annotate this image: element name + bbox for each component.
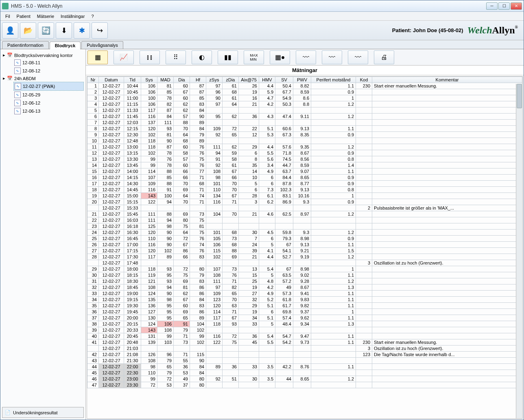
table-row[interactable]: 2012-02-2715:151229470711167136.286.99.3… bbox=[87, 199, 522, 205]
table-row[interactable]: 3512-02-2719:3013695608312063295.161.79.… bbox=[87, 303, 522, 309]
table-row[interactable]: 212-02-2710:451068567879668195.967.78.59… bbox=[87, 89, 522, 95]
column-header[interactable]: PWV bbox=[293, 77, 311, 83]
tree-item[interactable]: ∿12-08-12 bbox=[13, 67, 84, 75]
table-row[interactable]: 12-02-2721:033Oszillation ist zu hoch (G… bbox=[87, 346, 522, 352]
table-row[interactable]: 112-02-2710:441068160879761264.450.48.82… bbox=[87, 83, 522, 89]
table-row[interactable]: 1012-02-2712:48118906889 bbox=[87, 138, 522, 144]
compare1-button[interactable]: 〰 bbox=[296, 50, 316, 64]
table-row[interactable]: 4112-02-2720:481391037310212275455.554.2… bbox=[87, 339, 522, 346]
table-row[interactable]: 2612-02-2717:0011690677410668245679.131.… bbox=[87, 242, 522, 248]
table-row[interactable]: 4712-02-2723:3072533780 bbox=[87, 382, 522, 388]
column-header[interactable]: Hf bbox=[190, 77, 206, 83]
measurements-grid[interactable]: NrDatumTidSysMADDiaHfzSyszDiaAix@75HMVSV… bbox=[87, 76, 523, 419]
compare2-button[interactable]: 〰 bbox=[322, 50, 342, 64]
column-header[interactable]: Kod bbox=[356, 77, 372, 83]
table-row[interactable]: 312-02-2711:001007860859061164.754.98.61 bbox=[87, 95, 522, 101]
table-stats-button[interactable]: ▦● bbox=[270, 50, 290, 64]
table-row[interactable]: 1312-02-2713:3099765775915885.674.58.560… bbox=[87, 156, 522, 162]
table-row[interactable]: 2512-02-2716:45110907276105737679.38.980… bbox=[87, 236, 522, 242]
column-header[interactable]: Perifert motstånd bbox=[311, 77, 356, 83]
table-row[interactable]: 4012-02-2720:4513199719911672365.454.79.… bbox=[87, 333, 522, 339]
scroll-thumb[interactable] bbox=[517, 84, 522, 108]
tree-item[interactable]: ∿12-08-11 bbox=[13, 59, 84, 67]
tab-patientinfo[interactable]: Patientinformation bbox=[2, 41, 49, 49]
table-row[interactable]: 2712-02-2717:15120102867611588394.154.19… bbox=[87, 248, 522, 254]
tree-root-abdm[interactable]: ▸📅24h ABDM bbox=[2, 75, 84, 82]
menu-patient[interactable]: Patient bbox=[14, 13, 33, 20]
examination-results-button[interactable]: 📄 Undersökningsresultat bbox=[2, 407, 84, 418]
tree-item[interactable]: ∿12-05-29 bbox=[13, 91, 84, 99]
column-header[interactable]: Nr bbox=[87, 77, 99, 83]
table-row[interactable]: 3612-02-2719:451279569861147119669.89.37… bbox=[87, 309, 522, 315]
table-row[interactable]: 2212-02-2716:03111948075 bbox=[87, 217, 522, 223]
table-row[interactable]: 4512-02-2722:30110795384 bbox=[87, 370, 522, 376]
table-row[interactable]: 4212-02-2721:081269671115123Die Tag/Nach… bbox=[87, 352, 522, 358]
table-row[interactable]: 2812-02-2717:3011789668310269214.452.79.… bbox=[87, 254, 522, 260]
table-row[interactable]: 1812-02-2714:451169169711107067.3102.39.… bbox=[87, 187, 522, 193]
table-row[interactable]: 3012-02-2718:151199575791087615563.59.02… bbox=[87, 272, 522, 278]
minmax-view-button[interactable]: MAXMIN bbox=[244, 50, 264, 64]
table-row[interactable]: 512-02-2711:33117876284 bbox=[87, 107, 522, 114]
table-row[interactable]: 1112-02-2713:0011887607611162294.457.69.… bbox=[87, 144, 522, 150]
tree-root-office[interactable]: ▸📅Blodtrycksövervakning kontor bbox=[2, 52, 84, 59]
trend-view-button[interactable]: 📈 bbox=[114, 50, 134, 64]
tree-item[interactable]: ∿12-06-12 bbox=[13, 99, 84, 107]
table-row[interactable]: 3912-02-2720:3314310879102 bbox=[87, 327, 522, 333]
add-patient-button[interactable]: 👤 bbox=[2, 22, 18, 39]
menu-settings[interactable]: Inställningar bbox=[58, 13, 87, 20]
column-header[interactable]: zSys bbox=[206, 77, 223, 83]
table-row[interactable]: 1412-02-2713:45997860769261353.444.78.59… bbox=[87, 162, 522, 168]
pie-view-button[interactable]: ◐ bbox=[192, 50, 212, 64]
download-button[interactable]: ⬇ bbox=[56, 22, 72, 39]
table-row[interactable]: 4312-02-2721:30108795590 bbox=[87, 358, 522, 364]
bar-limits-button[interactable]: ⫿⫿ bbox=[140, 50, 160, 64]
table-row[interactable]: 3212-02-2718:451089481869782194.2498.671… bbox=[87, 284, 522, 291]
table-row[interactable]: 3112-02-2718:3012193698311171254.857.29.… bbox=[87, 278, 522, 284]
table-row[interactable]: 712-02-2712:031371118889 bbox=[87, 120, 522, 126]
bluetooth-button[interactable]: ✱ bbox=[74, 22, 90, 39]
column-header[interactable]: Sys bbox=[141, 77, 157, 83]
table-row[interactable]: 4412-02-2722:00986536848936333.542.28.76… bbox=[87, 364, 522, 370]
column-header[interactable]: Tid bbox=[124, 77, 141, 83]
histogram-view-button[interactable]: ▮▮ bbox=[218, 50, 238, 64]
table-row[interactable]: 912-02-2712:301028164799265125.367.38.35… bbox=[87, 132, 522, 138]
table-row[interactable]: 2412-02-2716:3012090647510168304.559.89.… bbox=[87, 230, 522, 236]
tab-bloodpressure[interactable]: Blodtryck bbox=[50, 42, 81, 49]
tree-item[interactable]: ∿12-02-27 (PWA) bbox=[13, 82, 84, 91]
table-row[interactable]: 3812-02-2720:15124106911041189333548.49.… bbox=[87, 321, 522, 327]
table-row[interactable]: 612-02-2711:451168457909562364.347.49.11… bbox=[87, 114, 522, 120]
table-view-button[interactable]: ▦ bbox=[87, 50, 108, 64]
table-row[interactable]: 812-02-2712:1512093708410972225.160.69.1… bbox=[87, 126, 522, 132]
table-row[interactable]: 3712-02-2720:0013095658911767345.157.49.… bbox=[87, 315, 522, 321]
menu-help[interactable]: ? bbox=[89, 13, 96, 20]
compare3-button[interactable]: 〰 bbox=[348, 50, 368, 64]
tree-item[interactable]: ∿12-06-13 bbox=[13, 107, 84, 115]
tab-pwa[interactable]: Pulsvågsanalys bbox=[81, 41, 123, 49]
column-header[interactable]: Aix@75 bbox=[239, 77, 259, 83]
vertical-scrollbar[interactable] bbox=[516, 84, 522, 418]
column-header[interactable]: Kommentar bbox=[372, 77, 522, 83]
menu-series[interactable]: Mätserie bbox=[35, 13, 57, 20]
column-header[interactable]: Dia bbox=[174, 77, 190, 83]
column-header[interactable]: SV bbox=[275, 77, 293, 83]
table-row[interactable]: 12-02-2715:332Pulsbasisbreite ist größer… bbox=[87, 205, 522, 211]
column-header[interactable]: Datum bbox=[99, 77, 124, 83]
table-row[interactable]: 3312-02-2719:0012490628610965274.957.39.… bbox=[87, 291, 522, 297]
table-row[interactable]: 1912-02-2715:00143100647413467286.183.11… bbox=[87, 193, 522, 199]
column-header[interactable]: zDia bbox=[223, 77, 239, 83]
table-row[interactable]: 4612-02-2723:00997249809251303.5448.651.… bbox=[87, 376, 522, 382]
table-row[interactable]: 1712-02-2714:30109887068101705687.88.770… bbox=[87, 181, 522, 187]
table-row[interactable]: 2112-02-2715:4511188697310470214.662.58.… bbox=[87, 211, 522, 217]
menu-file[interactable]: Fil bbox=[3, 13, 13, 20]
table-row[interactable]: 2912-02-2718:0011893728010773135.4678.98… bbox=[87, 266, 522, 272]
open-folder-button[interactable]: 📂 bbox=[20, 22, 36, 39]
close-button[interactable]: ✕ bbox=[511, 2, 522, 10]
column-header[interactable]: HMV bbox=[259, 77, 275, 83]
print-button[interactable]: 🖨 bbox=[374, 50, 394, 64]
sync-button[interactable]: 🔄 bbox=[38, 22, 54, 39]
table-row[interactable]: 1212-02-2713:15102785876945965.571.88.67… bbox=[87, 150, 522, 156]
exit-button[interactable]: ↪ bbox=[92, 22, 108, 39]
column-header[interactable]: MAD bbox=[157, 77, 174, 83]
table-row[interactable]: 3412-02-2719:1513598678412370325.261.89.… bbox=[87, 297, 522, 303]
table-row[interactable]: 1612-02-2714:15107856671986610684.48.650… bbox=[87, 175, 522, 181]
